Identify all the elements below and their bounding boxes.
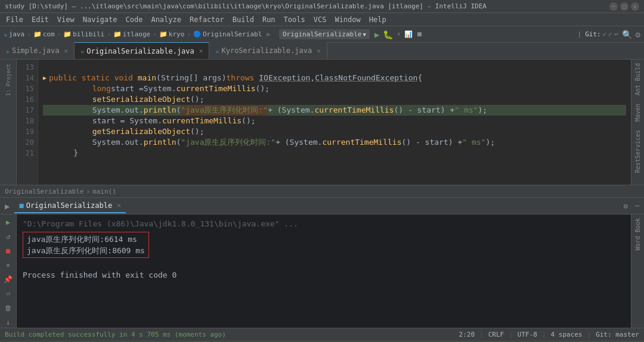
folder-icon: 📁 — [33, 30, 42, 38]
close-button[interactable]: ✕ — [631, 2, 639, 11]
run-tool-rerun[interactable]: ↺ — [3, 231, 14, 242]
run-tool-close[interactable]: ✕ — [3, 260, 14, 271]
menu-navigate[interactable]: Navigate — [79, 14, 121, 25]
tab-close-kyro[interactable]: ✕ — [317, 47, 321, 55]
cursor-position: 2:20 — [459, 331, 475, 338]
menu-refactor[interactable]: Refactor — [186, 14, 228, 25]
git-undo[interactable]: ↩ — [614, 30, 618, 38]
menu-bar: File Edit View Navigate Code Analyze Ref… — [0, 13, 644, 26]
run-line-deserialize: java原生反序列化时间:8609 ms — [27, 245, 145, 256]
run-tool-play[interactable]: ▶ — [3, 217, 14, 228]
nav-file[interactable]: 🔵 OriginalSeriabl — [193, 30, 262, 38]
run-tool-wrap[interactable]: ⏎ — [3, 288, 14, 299]
ant-build-label[interactable]: Ant Build — [633, 60, 642, 99]
menu-build[interactable]: Build — [229, 14, 258, 25]
profile-button[interactable]: 📊 — [404, 30, 413, 38]
tab-kyro-serializable[interactable]: ☕ KyroSerializable.java ✕ — [209, 42, 327, 59]
run-tool-scroll[interactable]: ↓ — [3, 317, 14, 328]
git-label: Git: — [585, 30, 601, 38]
project-icon[interactable]: 1: Project — [4, 62, 13, 98]
menu-code[interactable]: Code — [122, 14, 147, 25]
folder-icon: 📁 — [113, 30, 122, 38]
menu-edit[interactable]: Edit — [28, 14, 52, 25]
tabs-bar: ☕ Simple.java ✕ ☕ OriginalSerializable.j… — [0, 43, 644, 60]
nav-itlaoge[interactable]: 📁 itlaoge — [113, 30, 150, 38]
run-line-serialize: java原生序列化时间:6614 ms — [27, 234, 145, 245]
line-ending[interactable]: CRLF — [488, 331, 504, 338]
word-book-label[interactable]: Word Book — [633, 214, 642, 254]
run-right-sidebar: Word Book — [631, 214, 644, 328]
breadcrumb-method[interactable]: main() — [92, 188, 116, 195]
run-line-path: "D:\Program Files (x86)\Java\jdk1.8.0_13… — [23, 218, 625, 229]
menu-help[interactable]: Help — [366, 14, 390, 25]
breadcrumb-class[interactable]: OriginalSerializable — [5, 188, 83, 195]
code-editor[interactable]: ▶ public static void main (String[] args… — [38, 60, 631, 185]
string-highlight-1: "java原生序列化时间:" — [181, 105, 268, 116]
title-bar: study [D:\study] – ...\itlaoge\src\main\… — [0, 0, 644, 13]
code-line-20: System.out. println ( "java原生反序列化时间:" + … — [43, 137, 626, 148]
nav-bilibili[interactable]: 📁 bilibili — [63, 30, 104, 38]
menu-vcs[interactable]: VCS — [310, 14, 330, 25]
tab-simple-java[interactable]: ☕ Simple.java ✕ — [0, 42, 75, 59]
run-tab-label: OriginalSerializable — [26, 201, 113, 210]
menu-tools[interactable]: Tools — [280, 14, 309, 25]
run-panel-header: ▶ ■ OriginalSerializable ✕ ⚙ ─ — [0, 198, 644, 214]
nav-java[interactable]: ☕ java — [4, 30, 24, 38]
search-icon[interactable]: 🔍 — [622, 30, 632, 39]
settings-icon[interactable]: ⚙ — [636, 30, 640, 39]
build-status: Build completed successfully in 4 s 705 … — [5, 331, 226, 338]
java-icon-kyro: ☕ — [215, 48, 219, 54]
run-left-tools: ▶ ↺ ■ ✕ 📌 ⏎ 🗑 ↓ — [0, 214, 17, 328]
tab-close-simple[interactable]: ✕ — [64, 47, 69, 55]
run-settings-icon[interactable]: ⚙ — [624, 202, 628, 210]
java-icon: ☕ — [4, 30, 8, 38]
folder-icon: 📁 — [63, 30, 72, 38]
run-line-exit: Process finished with exit code 0 — [23, 269, 625, 281]
result-block: java原生序列化时间:6614 ms java原生反序列化时间:8609 ms — [23, 232, 149, 258]
nav-kryo[interactable]: 📁 kryo — [159, 30, 185, 38]
java-file-icon: 🔵 — [193, 30, 202, 38]
tab-original-serializable[interactable]: ☕ OriginalSerializable.java ✕ — [75, 42, 209, 59]
run-arrow-icon: ▶ — [43, 73, 47, 83]
menu-analyze[interactable]: Analyze — [147, 14, 185, 25]
minimize-button[interactable]: ─ — [609, 2, 618, 11]
encoding[interactable]: UTF-8 — [518, 331, 537, 338]
stop-button[interactable]: ⏹ — [416, 30, 423, 38]
window-title: study [D:\study] – ...\itlaoge\src\main\… — [5, 2, 609, 10]
run-tool-stop[interactable]: ■ — [3, 245, 14, 256]
breadcrumb-bar: OriginalSerializable › main() — [0, 185, 644, 198]
window-controls: ─ □ ✕ — [609, 2, 639, 11]
code-line-16: setSerializableObject (); — [43, 94, 626, 105]
menu-window[interactable]: Window — [331, 14, 364, 25]
run-tool-pin[interactable]: 📌 — [3, 274, 14, 285]
editor-area: 1: Project 13 14 15 16 17 18 19 20 21 ▶ … — [0, 60, 644, 185]
toolbar-bar: ☕ java › 📁 com › 📁 bilibili › 📁 itlaoge … — [0, 26, 644, 43]
rest-services-label[interactable]: RestServices — [633, 126, 642, 176]
menu-file[interactable]: File — [2, 14, 27, 25]
git-check: ✓ — [603, 30, 607, 38]
run-tab-original[interactable]: ■ OriginalSerializable ✕ — [14, 199, 125, 213]
maximize-button[interactable]: □ — [620, 2, 628, 11]
run-output: "D:\Program Files (x86)\Java\jdk1.8.0_13… — [17, 214, 631, 328]
run-config-dropdown[interactable]: OriginalSerializable ▼ — [279, 29, 370, 39]
nav-com[interactable]: 📁 com — [33, 30, 55, 38]
run-minimize-icon[interactable]: ─ — [635, 202, 639, 210]
git-branch: Git: master — [596, 331, 639, 338]
run-content: ▶ ↺ ■ ✕ 📌 ⏎ 🗑 ↓ "D:\Program Files (x86)\… — [0, 214, 644, 328]
tab-close-original[interactable]: ✕ — [199, 47, 203, 55]
code-line-18: start = System. currentTimeMillis (); — [43, 116, 626, 126]
run-tab-close[interactable]: ✕ — [117, 201, 121, 209]
menu-view[interactable]: View — [54, 14, 78, 25]
menu-run[interactable]: Run — [259, 14, 279, 25]
run-with-coverage[interactable]: ⚡ — [397, 30, 401, 38]
right-sidebar: Ant Build Maven RestServices — [631, 60, 644, 185]
git-check2: ✓ — [608, 30, 612, 38]
indent-info[interactable]: 4 spaces — [551, 331, 583, 338]
run-button[interactable]: ▶ — [374, 30, 379, 39]
maven-label[interactable]: Maven — [633, 100, 642, 125]
code-line-21: } — [43, 148, 626, 158]
run-tool-clear[interactable]: 🗑 — [3, 303, 14, 313]
debug-button[interactable]: 🐛 — [383, 30, 393, 39]
code-container: 13 14 15 16 17 18 19 20 21 ▶ public stat… — [17, 60, 631, 185]
line-numbers: 13 14 15 16 17 18 19 20 21 — [17, 60, 38, 185]
